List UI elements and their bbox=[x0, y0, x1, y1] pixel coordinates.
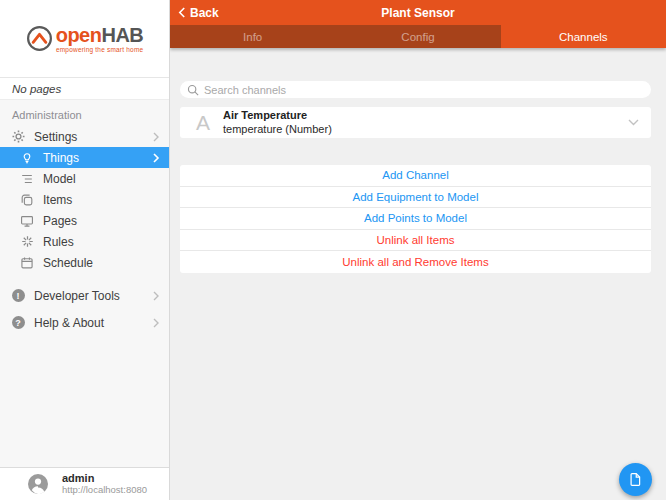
search-icon bbox=[187, 84, 199, 96]
sidebar-item-label: Settings bbox=[34, 130, 77, 144]
sidebar-item-items[interactable]: Items bbox=[0, 189, 169, 210]
chevron-right-icon bbox=[152, 132, 160, 142]
sidebar-item-things[interactable]: Things bbox=[0, 147, 169, 168]
chevron-down-icon[interactable] bbox=[628, 119, 639, 126]
actions-list: Add Channel Add Equipment to Model Add P… bbox=[180, 165, 651, 273]
main-content: A Air Temperature temperature (Number) A… bbox=[170, 48, 666, 500]
unlink-all-items-button[interactable]: Unlink all Items bbox=[180, 230, 651, 252]
sidebar-item-label: Help & About bbox=[34, 316, 104, 330]
sidebar-menu: Settings Things Model bbox=[0, 126, 169, 273]
server-url: http://localhost:8080 bbox=[62, 485, 147, 495]
sidebar-item-model[interactable]: Model bbox=[0, 168, 169, 189]
logo-wordmark: openHAB bbox=[56, 25, 144, 45]
gear-icon bbox=[10, 129, 26, 145]
schedule-calendar-icon bbox=[19, 255, 35, 271]
logo-area: openHAB empowering the smart home bbox=[0, 0, 169, 78]
avatar bbox=[28, 474, 48, 494]
sidebar-item-label: Developer Tools bbox=[34, 289, 120, 303]
chevron-right-icon bbox=[152, 291, 160, 301]
back-button-label: Back bbox=[190, 6, 219, 20]
sidebar-item-label: Pages bbox=[43, 214, 77, 228]
sidebar: openHAB empowering the smart home No pag… bbox=[0, 0, 170, 500]
tab-info[interactable]: Info bbox=[170, 25, 335, 48]
sidebar-item-developer-tools[interactable]: ! Developer Tools bbox=[0, 285, 169, 306]
channel-name: Air Temperature bbox=[223, 109, 332, 122]
tab-config[interactable]: Config bbox=[335, 25, 500, 48]
add-channel-button[interactable]: Add Channel bbox=[180, 165, 651, 187]
sidebar-item-help-about[interactable]: ? Help & About bbox=[0, 312, 169, 333]
code-view-fab[interactable] bbox=[619, 463, 652, 496]
sidebar-item-label: Items bbox=[43, 193, 72, 207]
chevron-right-icon bbox=[152, 318, 160, 328]
logo-hab-text: HAB bbox=[101, 24, 143, 46]
help-icon: ? bbox=[10, 315, 26, 331]
openhab-logo-icon bbox=[26, 25, 53, 52]
search-bar bbox=[180, 81, 651, 98]
model-tree-icon bbox=[19, 171, 35, 187]
channel-kind-initial: A bbox=[192, 112, 214, 133]
lightbulb-icon bbox=[19, 150, 35, 166]
logo-open-text: open bbox=[56, 24, 102, 46]
tab-bar: Info Config Channels bbox=[170, 25, 666, 48]
items-copy-icon bbox=[19, 192, 35, 208]
sidebar-item-label: Rules bbox=[43, 235, 74, 249]
chevron-left-icon bbox=[178, 7, 186, 18]
chevron-right-icon bbox=[152, 153, 160, 163]
unlink-all-and-remove-items-button[interactable]: Unlink all and Remove Items bbox=[180, 251, 651, 273]
logo-tagline: empowering the smart home bbox=[56, 46, 144, 53]
sidebar-item-pages[interactable]: Pages bbox=[0, 210, 169, 231]
page-title: Plant Sensor bbox=[170, 6, 666, 20]
sidebar-item-label: Model bbox=[43, 172, 76, 186]
user-account-footer[interactable]: admin http://localhost:8080 bbox=[0, 467, 169, 500]
add-equipment-to-model-button[interactable]: Add Equipment to Model bbox=[180, 187, 651, 209]
channel-list-item[interactable]: A Air Temperature temperature (Number) bbox=[180, 107, 651, 138]
username: admin bbox=[62, 472, 147, 484]
back-button[interactable]: Back bbox=[178, 6, 219, 20]
top-navbar: Plant Sensor Back bbox=[170, 0, 666, 25]
sidebar-item-label: Things bbox=[43, 151, 79, 165]
pages-monitor-icon bbox=[19, 213, 35, 229]
no-pages-label: No pages bbox=[0, 78, 169, 100]
rules-spark-icon bbox=[19, 234, 35, 250]
add-points-to-model-button[interactable]: Add Points to Model bbox=[180, 208, 651, 230]
channel-description: temperature (Number) bbox=[223, 123, 332, 136]
administration-section-label: Administration bbox=[12, 109, 169, 121]
sidebar-item-schedule[interactable]: Schedule bbox=[0, 252, 169, 273]
search-channels-input[interactable] bbox=[204, 84, 634, 96]
document-icon bbox=[628, 472, 643, 487]
sidebar-secondary-menu: ! Developer Tools ? Help & About bbox=[0, 285, 169, 333]
developer-tools-icon: ! bbox=[10, 288, 26, 304]
sidebar-item-rules[interactable]: Rules bbox=[0, 231, 169, 252]
openhab-logo: openHAB empowering the smart home bbox=[26, 25, 144, 53]
tab-channels[interactable]: Channels bbox=[501, 25, 666, 48]
sidebar-item-label: Schedule bbox=[43, 256, 93, 270]
sidebar-item-settings[interactable]: Settings bbox=[0, 126, 169, 147]
